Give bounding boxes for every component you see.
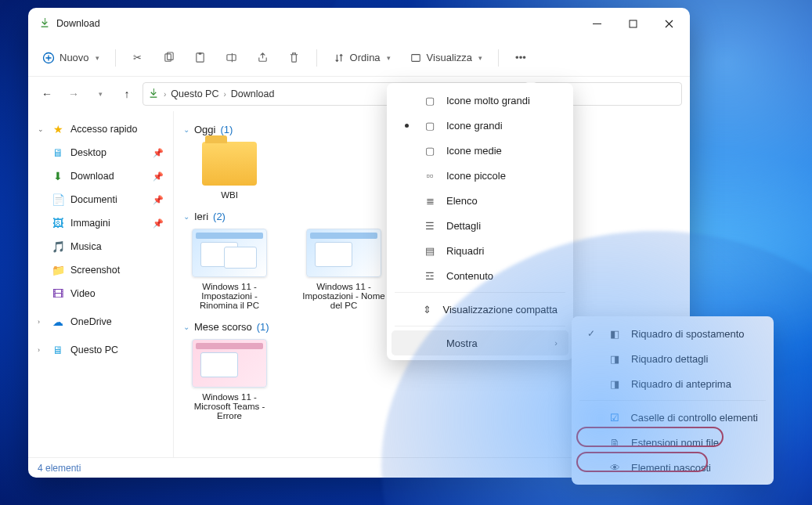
sidebar-this-pc[interactable]: › 🖥 Questo PC (31, 338, 170, 362)
sidebar-item-label: Immagini (70, 218, 146, 229)
menu-item-tiles[interactable]: ▤Riquadri (392, 238, 568, 263)
menu-item-label: Riquadro di anteprima (631, 378, 731, 390)
file-item[interactable]: Windows 11 - Impostazioni - Rinomina il … (183, 229, 276, 310)
share-button[interactable] (249, 45, 277, 71)
menu-item-list[interactable]: ≣Elenco (392, 188, 568, 213)
pane-icon: ◧ (608, 328, 622, 340)
sidebar-item-documents[interactable]: 📄Documenti📌 (31, 188, 170, 211)
svg-rect-6 (199, 52, 202, 55)
download-icon: ⬇ (52, 170, 64, 182)
sidebar-item-video[interactable]: 🎞Video (31, 282, 170, 305)
cloud-icon: ☁ (52, 316, 64, 328)
more-button[interactable]: ••• (507, 45, 535, 71)
pin-icon: 📌 (153, 218, 164, 229)
menu-item-label: Estensioni nomi file (631, 437, 719, 449)
menu-item-content[interactable]: ☲Contenuto (392, 263, 568, 288)
item-label: Windows 11 - Impostazioni - Rinomina il … (183, 282, 276, 310)
menu-item-label: Riquadro dettagli (631, 353, 708, 365)
menu-item-label: Icone grandi (446, 120, 503, 132)
cut-button[interactable]: ✂ (124, 45, 152, 71)
sidebar-label: OneDrive (70, 316, 164, 327)
details-icon: ☰ (423, 220, 437, 232)
delete-button[interactable] (280, 45, 309, 71)
images-icon: 🖼 (52, 217, 64, 229)
sidebar-item-images[interactable]: 🖼Immagini📌 (31, 211, 170, 235)
checkbox-icon: ☑ (608, 412, 622, 424)
star-icon: ★ (52, 123, 64, 135)
menu-item-icons-md[interactable]: ▢Icone medie (392, 138, 568, 163)
status-bar: 4 elementi (28, 457, 690, 478)
grid-icon: ▢ (423, 145, 437, 157)
pane-icon: ◨ (608, 353, 622, 365)
pin-icon: 📌 (153, 195, 164, 205)
forward-button[interactable]: → (63, 83, 85, 105)
file-item[interactable]: Windows 11 - Impostazioni - Nome del PC (298, 229, 390, 310)
breadcrumb-folder[interactable]: Download (231, 88, 275, 99)
sidebar-onedrive[interactable]: › ☁ OneDrive (31, 310, 170, 334)
sidebar-item-label: Screenshot (70, 265, 164, 276)
menu-item-preview-pane[interactable]: ◨Riquadro di anteprima (576, 371, 769, 396)
menu-item-icons-sm[interactable]: ▫▫Icone piccole (392, 163, 568, 188)
menu-item-label: Icone piccole (446, 170, 506, 182)
up-button[interactable]: ↑ (116, 83, 138, 105)
copy-button[interactable] (155, 45, 183, 71)
menu-item-hidden-items[interactable]: 👁Elementi nascosti (576, 455, 769, 480)
group-count: (1) (257, 321, 269, 333)
svg-rect-9 (411, 54, 420, 61)
menu-item-details-pane[interactable]: ◨Riquadro dettagli (576, 346, 769, 371)
close-button[interactable] (651, 11, 687, 36)
menu-item-checkboxes[interactable]: ☑Caselle di controllo elementi (576, 405, 769, 430)
menu-item-label: Icone medie (446, 145, 502, 157)
file-item[interactable]: Windows 11 - Microsoft Teams - Errore (183, 339, 276, 420)
menu-item-icons-xl[interactable]: ▢Icone molto grandi (392, 88, 568, 113)
image-thumb (192, 229, 267, 277)
view-label: Visualizza (427, 52, 472, 63)
plus-icon (42, 52, 55, 64)
trash-icon (288, 52, 301, 64)
menu-item-label: Dettagli (446, 220, 481, 232)
pc-icon: 🖥 (52, 344, 64, 356)
tiles-icon: ▤ (423, 245, 437, 257)
group-label: Ieri (194, 211, 208, 222)
sidebar-item-music[interactable]: 🎵Musica (31, 235, 170, 258)
breadcrumb-root[interactable]: Questo PC (171, 88, 218, 99)
sidebar-item-screenshot[interactable]: 📁Screenshot (31, 258, 170, 282)
new-label: Nuovo (60, 52, 89, 63)
sidebar-quick-access[interactable]: ⌄ ★ Accesso rapido (31, 117, 170, 141)
nav-row: ← → ▾ ↑ › Questo PC › Download ⌄ ⟳ (28, 77, 690, 111)
chevron-right-icon[interactable]: › (164, 90, 166, 99)
share-icon (257, 52, 269, 64)
menu-item-nav-pane[interactable]: ◧Riquadro di spostamento (576, 321, 769, 346)
menu-item-icons-lg[interactable]: ▢Icone grandi (392, 113, 568, 138)
menu-item-file-extensions[interactable]: 🗎Estensioni nomi file (576, 430, 769, 455)
view-button[interactable]: Visualizza ▾ (402, 45, 490, 71)
chevron-down-icon: ⌄ (183, 323, 189, 331)
sidebar-item-label: Documenti (70, 194, 146, 205)
chevron-right-icon[interactable]: › (223, 90, 226, 99)
sidebar-item-label: Desktop (70, 147, 146, 158)
grid-icon: ▢ (423, 120, 437, 132)
sidebar-item-download[interactable]: ⬇Download📌 (31, 164, 170, 188)
sidebar-item-desktop[interactable]: 🖥Desktop📌 (31, 141, 170, 164)
minimize-button[interactable] (579, 11, 615, 36)
sidebar-item-label: Download (70, 171, 146, 182)
menu-item-show[interactable]: Mostra› (392, 330, 568, 355)
view-menu: ▢Icone molto grandi ▢Icone grandi ▢Icone… (387, 83, 573, 360)
rename-button[interactable] (218, 45, 246, 71)
back-button[interactable]: ← (36, 83, 58, 105)
menu-item-details[interactable]: ☰Dettagli (392, 213, 568, 238)
paste-button[interactable] (186, 45, 215, 71)
sort-button[interactable]: Ordina ▾ (325, 45, 399, 71)
sidebar-item-label: Musica (70, 241, 164, 252)
menu-item-compact[interactable]: ⇕Visualizzazione compatta (392, 297, 568, 322)
divider (498, 49, 499, 67)
chevron-down-icon: ▾ (478, 54, 482, 62)
command-bar: Nuovo ▾ ✂ Ordina ▾ Visualizza ▾ ••• (28, 39, 690, 77)
folder-item[interactable]: WBI (183, 142, 276, 200)
separator (395, 326, 565, 326)
maximize-button[interactable] (615, 11, 651, 36)
recent-button[interactable]: ▾ (89, 83, 111, 105)
new-button[interactable]: Nuovo ▾ (34, 45, 107, 71)
download-icon (148, 88, 159, 101)
menu-item-label: Mostra (446, 337, 478, 349)
